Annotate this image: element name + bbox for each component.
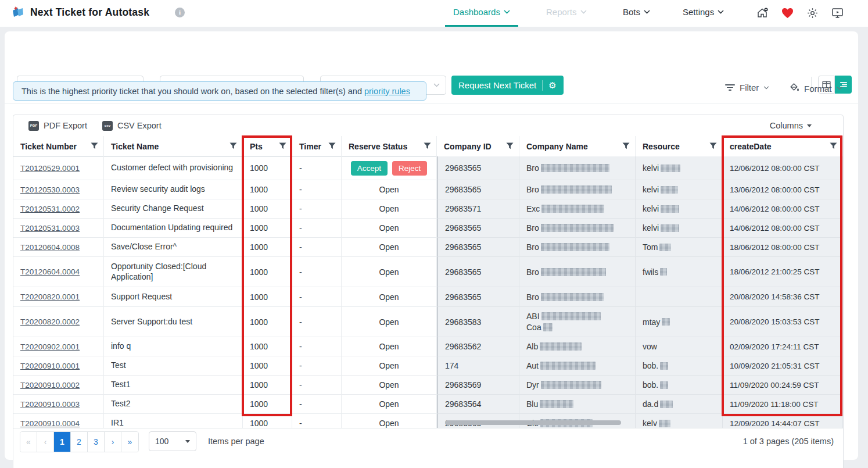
ticket-link[interactable]: T20200910.0002 — [20, 381, 80, 390]
cell-resource: mtay — [636, 307, 723, 337]
csv-export-button[interactable]: csv CSV Export — [102, 121, 162, 131]
tab-reports[interactable]: Reports — [546, 7, 587, 17]
cell-pts: 1000 — [243, 219, 292, 238]
cell-resource: kelvi — [636, 180, 723, 199]
ticket-link[interactable]: T20200910.0004 — [20, 419, 80, 428]
page-button-3[interactable]: 3 — [88, 432, 105, 452]
column-header-createdate[interactable]: createDate — [723, 136, 843, 156]
cell-resource: kelvi — [636, 219, 723, 238]
ticket-link[interactable]: T20200910.0001 — [20, 362, 80, 370]
cell-reserve-status: Open — [342, 395, 437, 414]
cell-resource: kelv — [636, 414, 723, 428]
ticket-link[interactable]: T20120604.0008 — [20, 243, 80, 252]
cell-company-name: Bro — [519, 180, 636, 199]
column-header-timer[interactable]: Timer — [292, 136, 342, 156]
column-header-ticket-name[interactable]: Ticket Name — [104, 136, 243, 156]
ticket-link[interactable]: T20200902.0001 — [20, 342, 80, 351]
tab-settings[interactable]: Settings — [683, 7, 724, 17]
column-header-pts[interactable]: Pts — [243, 136, 292, 156]
cell-ticket-number: T20120531.0003 — [13, 219, 104, 238]
horizontal-scrollbar[interactable] — [445, 420, 621, 425]
prev-page-button[interactable]: ‹ — [37, 432, 54, 452]
cell-resource: kelvi — [636, 199, 723, 219]
heart-icon[interactable] — [780, 6, 794, 20]
cell-create-date: 18/06/2012 21:00:25 CST — [723, 257, 843, 287]
cell-reserve-status: AcceptReject — [342, 156, 437, 180]
presentation-icon[interactable] — [830, 6, 844, 20]
page-size-select[interactable]: 100 — [149, 431, 196, 451]
ticket-link[interactable]: T20200820.0001 — [20, 292, 80, 301]
page-button-1[interactable]: 1 — [54, 432, 71, 452]
table-header-row: Ticket NumberTicket NamePtsTimerReserve … — [13, 136, 843, 157]
pdf-export-button[interactable]: PDF PDF Export — [28, 121, 87, 131]
column-header-company-name[interactable]: Company Name — [519, 136, 636, 156]
column-header-ticket-number[interactable]: Ticket Number — [13, 136, 104, 156]
column-header-reserve-status[interactable]: Reserve Status — [342, 136, 437, 156]
ticket-link[interactable]: T20120531.0003 — [20, 224, 80, 233]
cell-company-name: Alb — [519, 337, 636, 356]
cell-resource: fwils — [636, 257, 723, 287]
cell-create-date: 11/09/2020 00:24:59 CST — [723, 376, 843, 395]
table-row: T20200910.0003Test21000-Open29683564Blud… — [13, 395, 843, 414]
cell-company-name: Bro — [519, 238, 636, 257]
page-button-2[interactable]: 2 — [71, 432, 88, 452]
tab-bots[interactable]: Bots — [623, 7, 650, 17]
ticket-link[interactable]: T20200910.0003 — [20, 400, 80, 409]
column-header-company-id[interactable]: Company ID — [437, 136, 519, 156]
cell-resource: da.d — [636, 395, 723, 414]
filter-lines-icon — [725, 84, 735, 91]
cell-company-name: Exc — [519, 199, 636, 219]
table-row: T20120529.0001Customer defect with provi… — [13, 156, 843, 180]
request-next-ticket-button[interactable]: Request Next Ticket ⚙ — [451, 76, 564, 95]
last-page-button[interactable]: » — [121, 432, 138, 452]
cell-create-date: 13/06/2012 08:00:00 CST — [723, 180, 843, 199]
filter-menu-button[interactable]: Filter — [725, 83, 769, 92]
next-page-button[interactable]: › — [105, 432, 121, 452]
columns-menu-button[interactable]: Columns — [770, 115, 812, 136]
cell-ticket-number: T20200902.0001 — [13, 337, 104, 356]
paint-icon — [790, 83, 799, 94]
cell-create-date: 02/09/2020 17:24:11 CST — [723, 337, 843, 356]
pdf-file-icon: PDF — [28, 121, 39, 131]
ticket-link[interactable]: T20120604.0004 — [20, 267, 80, 276]
tab-dashboards[interactable]: Dashboards — [453, 7, 510, 17]
gear-icon[interactable] — [805, 6, 819, 20]
ticket-link[interactable]: T20120530.0003 — [20, 185, 80, 194]
cell-resource: bob. — [636, 356, 723, 376]
cell-timer: - — [292, 376, 342, 395]
cell-pts: 1000 — [243, 356, 292, 376]
reject-button[interactable]: Reject — [392, 161, 427, 176]
info-icon[interactable]: i — [175, 8, 185, 17]
chevron-down-icon — [763, 86, 769, 90]
cell-ticket-number: T20200910.0003 — [13, 395, 104, 414]
cell-create-date: 11/09/2020 11:18:00 CST — [723, 395, 843, 414]
cell-pts: 1000 — [243, 180, 292, 199]
home-plus-icon[interactable] — [755, 6, 769, 20]
format-menu-button[interactable]: Format — [790, 83, 842, 94]
cell-company-id: 29683565 — [437, 257, 519, 287]
gear-icon[interactable]: ⚙ — [548, 81, 556, 90]
cell-company-name: Aut — [519, 356, 636, 376]
cell-timer: - — [292, 337, 342, 356]
cell-pts: 1000 — [243, 156, 292, 180]
priority-rules-link[interactable]: priority rules — [364, 87, 410, 96]
cell-timer: - — [292, 414, 342, 428]
first-page-button[interactable]: « — [20, 432, 37, 452]
cell-ticket-number: T20200910.0002 — [13, 376, 104, 395]
table-toolbar: PDF PDF Export csv CSV Export Columns — [13, 115, 843, 137]
cell-ticket-number: T20200910.0004 — [13, 414, 104, 428]
ticket-link[interactable]: T20120531.0002 — [20, 205, 80, 213]
caret-down-icon — [807, 124, 812, 127]
csv-file-icon: csv — [102, 121, 113, 131]
cell-timer: - — [292, 395, 342, 414]
cell-pts: 1000 — [243, 238, 292, 257]
cell-ticket-name: IR1 — [104, 414, 243, 428]
cell-reserve-status: Open — [342, 356, 437, 376]
column-header-resource[interactable]: Resource — [636, 136, 723, 156]
ticket-link[interactable]: T20200820.0002 — [20, 317, 80, 326]
accept-button[interactable]: Accept — [351, 161, 388, 176]
cell-create-date: 14/06/2012 08:00:00 CST — [723, 199, 843, 219]
cell-ticket-name: Server Support:du test — [104, 307, 243, 337]
ticket-link[interactable]: T20120529.0001 — [20, 164, 80, 173]
cell-resource — [636, 287, 723, 307]
